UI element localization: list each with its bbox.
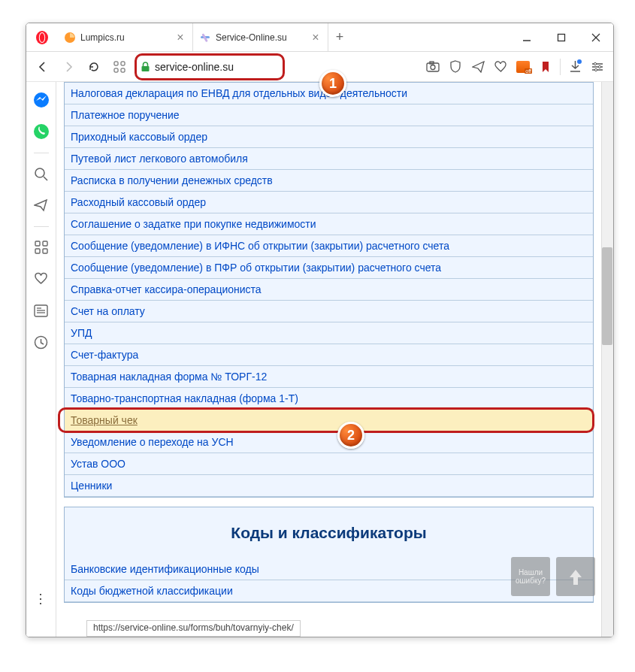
tab-close-icon[interactable]: ×: [310, 31, 322, 44]
sidebar-bookmarks[interactable]: [26, 264, 56, 294]
svg-rect-10: [114, 62, 118, 65]
url-field[interactable]: service-online.su: [135, 56, 419, 78]
document-link[interactable]: Расходный кассовый ордер: [71, 196, 206, 208]
extension-bookmark-button[interactable]: [536, 56, 555, 77]
sidebar-whatsapp[interactable]: [26, 117, 56, 147]
maximize-button[interactable]: [544, 23, 579, 51]
svg-rect-30: [43, 241, 47, 246]
document-link[interactable]: Товарный чек: [71, 414, 138, 426]
annotation-badge-1: 1: [319, 70, 346, 97]
document-link[interactable]: Приходный кассовый ордер: [71, 131, 207, 143]
send-button[interactable]: [468, 56, 488, 77]
document-row[interactable]: Товарный чек: [65, 410, 593, 431]
document-row[interactable]: Уведомление о переходе на УСН: [65, 431, 593, 453]
document-link[interactable]: Путевой лист легкового автомобиля: [71, 153, 248, 165]
document-link[interactable]: Соглашение о задатке при покупке недвижи…: [71, 218, 316, 230]
window-scrollbar-thumb[interactable]: [602, 247, 612, 345]
document-link[interactable]: Уведомление о переходе на УСН: [71, 436, 234, 448]
favicon-service-online: [199, 32, 211, 44]
reload-button[interactable]: [83, 56, 104, 77]
document-link[interactable]: Счет-фактура: [71, 349, 138, 361]
document-link[interactable]: Счет на оплату: [71, 305, 145, 317]
svg-rect-31: [35, 249, 40, 253]
notification-dot-icon: [577, 59, 582, 64]
document-row[interactable]: Платежное поручение: [65, 104, 593, 126]
toolbar-right: [423, 56, 607, 77]
document-row[interactable]: Сообщение (уведомление) в ИФНС об открыт…: [65, 235, 593, 257]
document-link[interactable]: Товарно-транспортная накладная (форма 1-…: [71, 392, 298, 404]
scroll-top-button[interactable]: [556, 557, 595, 596]
document-row[interactable]: Соглашение о задатке при покупке недвижи…: [65, 213, 593, 235]
speed-dial-button[interactable]: [109, 56, 130, 77]
floating-buttons: Нашли ошибку?: [511, 557, 595, 596]
tab-lumpics[interactable]: Lumpics.ru ×: [58, 23, 193, 51]
titlebar: Lumpics.ru × Service-Online.su × +: [26, 23, 613, 52]
tab-title: Lumpics.ru: [80, 32, 170, 43]
code-link[interactable]: Коды бюджетной классификации: [71, 585, 233, 597]
document-row[interactable]: Товарно-транспортная накладная (форма 1-…: [65, 388, 593, 410]
svg-point-27: [35, 168, 44, 177]
document-row[interactable]: Ценники: [65, 475, 593, 497]
document-row[interactable]: Счет на оплату: [65, 301, 593, 322]
documents-panel: Налоговая декларация по ЕНВД для отдельн…: [64, 82, 594, 498]
sidebar-history[interactable]: [26, 327, 56, 357]
new-tab-button[interactable]: +: [328, 23, 351, 51]
tab-title: Service-Online.su: [216, 32, 305, 43]
window-controls: [510, 23, 613, 51]
document-row[interactable]: УПД: [65, 322, 593, 344]
document-row[interactable]: Устав ООО: [65, 453, 593, 475]
status-bar: https://service-online.su/forms/buh/tova…: [86, 620, 301, 637]
page-scroll-area[interactable]: Налоговая декларация по ЕНВД для отдельн…: [56, 82, 601, 637]
annotation-highlight-2: [58, 407, 594, 433]
document-row[interactable]: Справка-отчет кассира-операциониста: [65, 279, 593, 301]
adblock-button[interactable]: [446, 56, 465, 77]
document-row[interactable]: Путевой лист легкового автомобиля: [65, 148, 593, 170]
document-row[interactable]: Счет-фактура: [65, 344, 593, 366]
sidebar-search[interactable]: [26, 159, 56, 189]
snapshot-button[interactable]: [423, 56, 443, 77]
document-link[interactable]: Справка-отчет кассира-операциониста: [71, 283, 262, 295]
opera-menu-button[interactable]: [26, 23, 58, 51]
report-error-button[interactable]: Нашли ошибку?: [511, 557, 550, 596]
document-row[interactable]: Сообщение (уведомление) в ПФР об открыти…: [65, 257, 593, 279]
forward-button[interactable]: [58, 56, 79, 77]
favicon-lumpics: [64, 32, 76, 44]
document-link[interactable]: УПД: [71, 327, 92, 339]
document-link[interactable]: Сообщение (уведомление) в ИФНС об открыт…: [71, 240, 449, 252]
sidebar-flow[interactable]: [26, 190, 56, 220]
close-window-button[interactable]: [579, 23, 613, 51]
svg-rect-12: [114, 68, 118, 72]
sidebar-speed-dial[interactable]: [26, 232, 56, 262]
document-row[interactable]: Приходный кассовый ордер: [65, 126, 593, 148]
document-link[interactable]: Расписка в получении денежных средств: [71, 174, 273, 186]
document-link[interactable]: Ценники: [71, 480, 112, 492]
annotation-badge-2: 2: [337, 422, 364, 449]
lock-icon: [141, 62, 150, 72]
document-link[interactable]: Товарная накладная форма № ТОРГ-12: [71, 371, 267, 383]
tab-service-online[interactable]: Service-Online.su ×: [193, 23, 328, 51]
easy-setup-button[interactable]: [588, 56, 607, 77]
document-link[interactable]: Налоговая декларация по ЕНВД для отдельн…: [71, 87, 407, 99]
document-link[interactable]: Устав ООО: [71, 458, 125, 470]
window-scrollbar-track[interactable]: [601, 82, 613, 637]
heart-button[interactable]: [491, 56, 510, 77]
browser-window: Lumpics.ru × Service-Online.su × + ser: [26, 23, 614, 637]
code-link[interactable]: Банковские идентификационные коды: [71, 563, 259, 575]
svg-point-16: [431, 65, 435, 69]
sidebar-more[interactable]: ⋯: [26, 584, 56, 614]
document-link[interactable]: Платежное поручение: [71, 109, 180, 121]
document-row[interactable]: Расходный кассовый ордер: [65, 192, 593, 213]
document-link[interactable]: Сообщение (уведомление) в ПФР об открыти…: [71, 262, 441, 274]
tab-close-icon[interactable]: ×: [174, 31, 186, 44]
svg-point-2: [40, 33, 44, 42]
back-button[interactable]: [32, 56, 53, 77]
sidebar-messenger[interactable]: [26, 85, 56, 115]
svg-point-23: [598, 65, 600, 68]
minimize-button[interactable]: [510, 23, 544, 51]
sidebar-news[interactable]: [26, 295, 56, 325]
downloads-button[interactable]: [565, 56, 585, 77]
document-row[interactable]: Товарная накладная форма № ТОРГ-12: [65, 366, 593, 388]
document-row[interactable]: Расписка в получении денежных средств: [65, 170, 593, 192]
svg-point-25: [34, 92, 49, 107]
extension-off-button[interactable]: [513, 56, 533, 77]
